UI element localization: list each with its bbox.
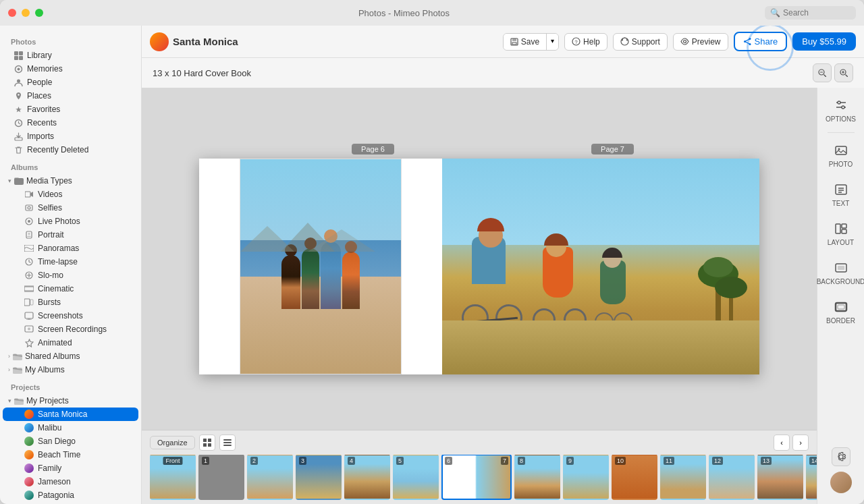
hair-biker2 <box>544 233 568 246</box>
my-projects-group[interactable]: ▾ My Projects <box>3 394 138 408</box>
thumb-p10[interactable]: 10 <box>612 455 657 500</box>
list-view-button[interactable] <box>219 435 236 451</box>
thumb-p8[interactable]: 8 <box>514 455 560 500</box>
save-dropdown-button[interactable]: ▾ <box>546 34 558 50</box>
thumb-number: 10 <box>615 457 626 465</box>
sidebar-item-santa-monica[interactable]: Santa Monica <box>3 408 138 421</box>
sidebar-item-label: Screen Recordings <box>38 325 107 334</box>
sidebar-item-recently-deleted[interactable]: Recently Deleted <box>3 143 138 157</box>
thumb-number: 6 <box>445 457 452 465</box>
panel-bottom <box>830 447 852 499</box>
panel-item-border[interactable]: BORDER <box>821 295 861 329</box>
zoom-out-button[interactable] <box>813 63 832 82</box>
sidebar: Photos Library Memories People <box>0 26 142 504</box>
share-button[interactable]: Share <box>734 32 788 51</box>
grid-icon <box>203 439 211 447</box>
project-icon <box>24 491 34 500</box>
thumb-p9[interactable]: 9 <box>563 455 609 500</box>
strip-prev-button[interactable]: ‹ <box>774 435 790 451</box>
thumb-p4[interactable]: 4 <box>344 455 390 500</box>
sidebar-item-screenshots[interactable]: Screenshots <box>3 309 138 323</box>
project-logo <box>150 32 169 51</box>
cinematic-icon <box>24 284 34 293</box>
photo-icon <box>833 142 849 159</box>
svg-rect-3 <box>19 56 23 60</box>
biker2 <box>533 237 587 331</box>
save-group[interactable]: Save ▾ <box>503 33 559 51</box>
close-button[interactable] <box>8 9 16 17</box>
memories-icon <box>14 64 23 74</box>
minimize-button[interactable] <box>22 9 30 17</box>
my-albums-group[interactable]: › My Albums <box>3 363 138 376</box>
thumb-p5[interactable]: 5 <box>393 455 439 500</box>
sidebar-item-imports[interactable]: Imports <box>3 130 138 143</box>
sidebar-item-family[interactable]: Family <box>3 461 138 475</box>
sidebar-item-patagonia[interactable]: Patagonia <box>3 488 138 502</box>
sidebar-item-live-photos[interactable]: Live Photos <box>3 215 138 228</box>
thumb-p14[interactable]: 14 <box>806 455 817 500</box>
media-types-group[interactable]: ▾ Media Types <box>3 174 138 188</box>
sidebar-item-slomo[interactable]: Slo-mo <box>3 269 138 282</box>
maximize-button[interactable] <box>35 9 43 17</box>
panel-item-photo[interactable]: PHOTO <box>821 138 861 172</box>
shared-albums-group[interactable]: › Shared Albums <box>3 349 138 363</box>
sidebar-item-timelapse[interactable]: Time-lapse <box>3 255 138 269</box>
thumb-p3[interactable]: 3 <box>296 455 342 500</box>
options-label: OPTIONS <box>826 115 856 123</box>
sidebar-item-people[interactable]: People <box>3 76 138 89</box>
sidebar-item-panoramas[interactable]: Panoramas <box>3 242 138 255</box>
sidebar-item-selfies[interactable]: Selfies <box>3 201 138 215</box>
sidebar-item-animated[interactable]: Animated <box>3 336 138 349</box>
organize-button[interactable]: Organize <box>150 436 195 449</box>
thumb-p13[interactable]: 13 <box>757 455 803 500</box>
buy-button[interactable]: Buy $55.99 <box>792 32 856 51</box>
sidebar-item-memories[interactable]: Memories <box>3 62 138 76</box>
save-button[interactable]: Save <box>504 34 546 50</box>
sidebar-item-places[interactable]: Places <box>3 89 138 103</box>
sidebar-item-bursts[interactable]: Bursts <box>3 296 138 309</box>
thumb-front[interactable]: Front <box>150 455 196 500</box>
search-box[interactable]: 🔍 <box>765 6 856 20</box>
sidebar-item-cinematic[interactable]: Cinematic <box>3 282 138 296</box>
svg-point-7 <box>18 94 19 95</box>
page-right[interactable] <box>442 159 759 374</box>
sidebar-item-san-diego[interactable]: San Diego <box>3 435 138 448</box>
svg-rect-1 <box>19 51 23 55</box>
sidebar-item-label: Panoramas <box>38 244 79 253</box>
head-biker2 <box>546 237 566 257</box>
sidebar-item-beach-time[interactable]: Beach Time <box>3 448 138 461</box>
portrait-icon <box>24 230 34 240</box>
panel-item-options[interactable]: OPTIONS <box>821 93 861 127</box>
photo-frame-left[interactable] <box>240 159 402 374</box>
thumb-p11[interactable]: 11 <box>660 455 706 500</box>
help-button[interactable]: ? Help <box>564 33 608 51</box>
search-input[interactable] <box>783 8 850 18</box>
thumb-number: 9 <box>566 457 574 465</box>
sidebar-item-videos[interactable]: Videos <box>3 188 138 201</box>
preview-button[interactable]: Preview <box>673 33 728 51</box>
thumb-blank[interactable]: 1 <box>198 455 244 500</box>
panel-item-layout[interactable]: LAYOUT <box>821 217 861 250</box>
sidebar-item-screen-recordings[interactable]: Screen Recordings <box>3 323 138 336</box>
page-left[interactable] <box>199 159 442 374</box>
sidebar-item-library[interactable]: Library <box>3 49 138 62</box>
thumb-p12[interactable]: 12 <box>709 455 755 500</box>
sidebar-item-label: Places <box>27 91 51 101</box>
support-button[interactable]: Support <box>613 33 668 51</box>
sidebar-item-jameson[interactable]: Jameson <box>3 475 138 488</box>
strip-next-button[interactable]: › <box>792 435 809 451</box>
zoom-in-button[interactable] <box>834 63 853 82</box>
panel-item-text[interactable]: TEXT <box>821 177 861 211</box>
svg-rect-22 <box>24 285 34 287</box>
sidebar-item-malibu[interactable]: Malibu <box>3 421 138 435</box>
svg-point-72 <box>838 148 840 150</box>
grid-view-button[interactable] <box>199 435 215 451</box>
settings-button[interactable] <box>832 447 850 466</box>
sidebar-item-favorites[interactable]: Favorites <box>3 103 138 116</box>
sidebar-item-recents[interactable]: Recents <box>3 116 138 130</box>
sidebar-item-portrait[interactable]: Portrait <box>3 228 138 242</box>
panel-item-background[interactable]: BACKGROUND <box>821 256 861 289</box>
thumb-p2[interactable]: 2 <box>247 455 293 500</box>
thumbnail-strip: Organize ‹ <box>142 430 817 504</box>
thumb-spread-67[interactable]: 6 7 <box>441 455 512 500</box>
